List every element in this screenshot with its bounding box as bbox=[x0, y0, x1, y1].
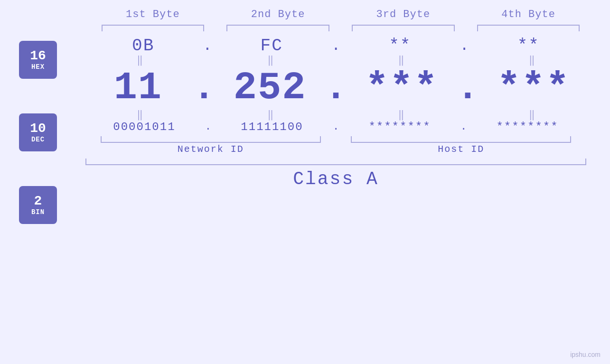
byte-header-2: 2nd Byte bbox=[216, 9, 341, 20]
eq1-1: ‖ bbox=[85, 56, 194, 66]
bin-val-4: ******** bbox=[496, 121, 558, 133]
bin-dot-2: . bbox=[333, 121, 339, 133]
badge-dec-num: 10 bbox=[30, 121, 46, 136]
dec-val-2: 252 bbox=[234, 66, 307, 110]
byte-header-3: 3rd Byte bbox=[341, 9, 466, 20]
hex-cell-4: ** bbox=[471, 36, 586, 56]
badges-column: 16 HEX 10 DEC 2 BIN bbox=[19, 36, 81, 233]
bin-val-1: 00001011 bbox=[113, 121, 175, 133]
hex-cell-1: 0B bbox=[85, 36, 201, 56]
dec-val-1: 11 bbox=[114, 66, 162, 110]
badge-dec-label: DEC bbox=[31, 136, 45, 143]
badge-bin: 2 BIN bbox=[19, 186, 57, 224]
hex-dot-2: . bbox=[331, 37, 340, 55]
eq2-4: ‖ bbox=[478, 110, 586, 121]
hex-val-2: FC bbox=[261, 36, 283, 56]
bin-row: 00001011 . 11111100 . ******** . *******… bbox=[81, 121, 591, 133]
hex-val-4: ** bbox=[517, 36, 540, 56]
bin-cell-2: 11111100 bbox=[213, 121, 331, 133]
bin-cell-3: ******** bbox=[341, 121, 459, 133]
badge-bin-label: BIN bbox=[31, 208, 45, 216]
network-id-label: Network ID bbox=[85, 144, 336, 155]
eq2-3: ‖ bbox=[347, 110, 455, 121]
dec-dot-1: . bbox=[193, 66, 216, 110]
dec-cell-1: 11 bbox=[85, 66, 191, 110]
hex-val-1: 0B bbox=[132, 36, 154, 56]
hex-cell-3: ** bbox=[342, 36, 458, 56]
class-label: Class A bbox=[81, 169, 591, 189]
top-bracket-4 bbox=[466, 22, 591, 34]
byte-header-1: 1st Byte bbox=[90, 9, 216, 20]
eq2-2: ‖ bbox=[216, 110, 325, 121]
bin-dot-1: . bbox=[205, 121, 211, 133]
bin-cell-4: ******** bbox=[469, 121, 586, 133]
equals-row-2: ‖ ‖ ‖ ‖ bbox=[81, 110, 591, 121]
bin-val-2: 11111100 bbox=[241, 121, 303, 133]
hex-val-3: ** bbox=[389, 36, 411, 56]
eq1-4: ‖ bbox=[478, 56, 586, 66]
dec-cell-3: *** bbox=[349, 66, 455, 110]
main-container: 1st Byte 2nd Byte 3rd Byte 4th Byte 16 H… bbox=[0, 0, 610, 364]
bin-cell-1: 00001011 bbox=[85, 121, 203, 133]
hex-row: 0B . FC . ** . ** bbox=[81, 36, 591, 56]
equals-row-1: ‖ ‖ ‖ ‖ bbox=[81, 56, 591, 66]
top-bracket-3 bbox=[341, 22, 466, 34]
badge-hex-num: 16 bbox=[30, 49, 46, 64]
eq1-3: ‖ bbox=[347, 56, 455, 66]
dec-cell-2: 252 bbox=[217, 66, 323, 110]
ip-rows: 0B . FC . ** . ** ‖ ‖ bbox=[81, 36, 591, 189]
dec-cell-4: *** bbox=[481, 66, 586, 110]
watermark: ipshu.com bbox=[570, 351, 601, 358]
eq2-1: ‖ bbox=[85, 110, 194, 121]
byte-headers: 1st Byte 2nd Byte 3rd Byte 4th Byte bbox=[19, 9, 591, 20]
hex-dot-3: . bbox=[460, 37, 469, 55]
bin-dot-3: . bbox=[460, 121, 467, 133]
badge-hex-label: HEX bbox=[31, 63, 45, 71]
dec-val-3: *** bbox=[366, 66, 439, 110]
hex-dot-1: . bbox=[203, 37, 212, 55]
dec-val-4: *** bbox=[497, 66, 570, 110]
byte-header-4: 4th Byte bbox=[466, 9, 591, 20]
top-bracket-2 bbox=[216, 22, 341, 34]
badge-hex: 16 HEX bbox=[19, 41, 57, 79]
dec-row: 11 . 252 . *** . *** bbox=[81, 66, 591, 110]
dec-dot-2: . bbox=[324, 66, 347, 110]
hex-cell-2: FC bbox=[214, 36, 329, 56]
bin-val-3: ******** bbox=[368, 121, 431, 133]
top-bracket-1 bbox=[90, 22, 216, 34]
dec-dot-3: . bbox=[456, 66, 479, 110]
badge-bin-num: 2 bbox=[34, 194, 42, 209]
badge-dec: 10 DEC bbox=[19, 113, 57, 151]
eq1-2: ‖ bbox=[216, 56, 325, 66]
top-brackets bbox=[19, 22, 591, 34]
host-id-label: Host ID bbox=[336, 144, 587, 155]
